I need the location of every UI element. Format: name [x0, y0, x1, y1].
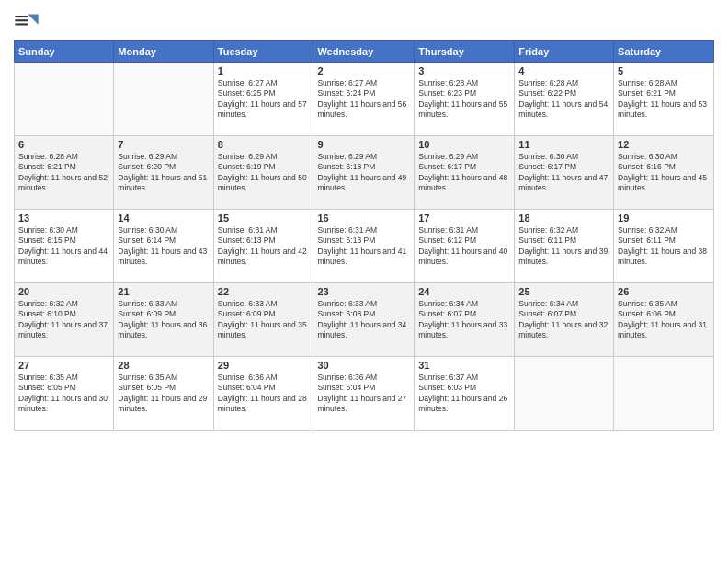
- day-cell: 15Sunrise: 6:31 AM Sunset: 6:13 PM Dayli…: [213, 210, 313, 283]
- day-number: 15: [218, 213, 310, 224]
- day-cell: 12Sunrise: 6:30 AM Sunset: 6:16 PM Dayli…: [614, 136, 714, 210]
- day-number: 16: [317, 213, 410, 224]
- day-info: Sunrise: 6:29 AM Sunset: 6:20 PM Dayligh…: [118, 152, 209, 194]
- day-info: Sunrise: 6:32 AM Sunset: 6:11 PM Dayligh…: [618, 225, 710, 268]
- day-cell: 8Sunrise: 6:29 AM Sunset: 6:19 PM Daylig…: [213, 136, 313, 210]
- day-cell: 28Sunrise: 6:35 AM Sunset: 6:05 PM Dayli…: [114, 357, 213, 431]
- day-number: 28: [118, 360, 209, 371]
- day-info: Sunrise: 6:28 AM Sunset: 6:22 PM Dayligh…: [518, 78, 609, 121]
- day-number: 29: [218, 360, 310, 371]
- logo-icon: [14, 9, 40, 35]
- day-cell: [515, 357, 614, 431]
- day-cell: 21Sunrise: 6:33 AM Sunset: 6:09 PM Dayli…: [114, 283, 213, 357]
- day-cell: 11Sunrise: 6:30 AM Sunset: 6:17 PM Dayli…: [515, 136, 614, 210]
- day-number: 3: [418, 65, 510, 76]
- day-info: Sunrise: 6:36 AM Sunset: 6:04 PM Dayligh…: [218, 373, 310, 415]
- column-header-wednesday: Wednesday: [313, 41, 415, 63]
- day-number: 31: [418, 360, 510, 371]
- day-info: Sunrise: 6:31 AM Sunset: 6:12 PM Dayligh…: [418, 225, 510, 268]
- day-number: 23: [317, 286, 410, 297]
- logo: [14, 9, 43, 35]
- day-cell: 6Sunrise: 6:28 AM Sunset: 6:21 PM Daylig…: [15, 136, 114, 210]
- day-info: Sunrise: 6:29 AM Sunset: 6:17 PM Dayligh…: [418, 152, 510, 194]
- header: [14, 9, 714, 35]
- day-cell: 1Sunrise: 6:27 AM Sunset: 6:25 PM Daylig…: [213, 63, 313, 136]
- day-cell: 26Sunrise: 6:35 AM Sunset: 6:06 PM Dayli…: [614, 283, 714, 357]
- header-row: SundayMondayTuesdayWednesdayThursdayFrid…: [15, 41, 714, 63]
- calendar-table: SundayMondayTuesdayWednesdayThursdayFrid…: [14, 40, 714, 431]
- day-number: 20: [18, 286, 109, 297]
- day-number: 1: [218, 65, 310, 76]
- day-number: 13: [18, 213, 109, 224]
- day-info: Sunrise: 6:33 AM Sunset: 6:09 PM Dayligh…: [218, 299, 310, 341]
- page: SundayMondayTuesdayWednesdayThursdayFrid…: [0, 0, 728, 440]
- day-cell: [114, 63, 213, 136]
- day-number: 25: [518, 286, 609, 297]
- day-number: 22: [218, 286, 310, 297]
- day-cell: 30Sunrise: 6:36 AM Sunset: 6:04 PM Dayli…: [313, 357, 415, 431]
- day-cell: 29Sunrise: 6:36 AM Sunset: 6:04 PM Dayli…: [213, 357, 313, 431]
- day-cell: 2Sunrise: 6:27 AM Sunset: 6:24 PM Daylig…: [313, 63, 415, 136]
- day-cell: 18Sunrise: 6:32 AM Sunset: 6:11 PM Dayli…: [515, 210, 614, 283]
- day-info: Sunrise: 6:28 AM Sunset: 6:23 PM Dayligh…: [418, 78, 510, 121]
- week-row-4: 20Sunrise: 6:32 AM Sunset: 6:10 PM Dayli…: [15, 283, 714, 357]
- day-info: Sunrise: 6:30 AM Sunset: 6:14 PM Dayligh…: [118, 225, 209, 268]
- column-header-saturday: Saturday: [614, 41, 714, 63]
- column-header-monday: Monday: [114, 41, 213, 63]
- day-cell: 25Sunrise: 6:34 AM Sunset: 6:07 PM Dayli…: [515, 283, 614, 357]
- day-cell: [15, 63, 114, 136]
- day-cell: 14Sunrise: 6:30 AM Sunset: 6:14 PM Dayli…: [114, 210, 213, 283]
- day-info: Sunrise: 6:36 AM Sunset: 6:04 PM Dayligh…: [317, 373, 410, 415]
- day-cell: [614, 357, 714, 431]
- day-number: 6: [18, 139, 109, 150]
- day-cell: 24Sunrise: 6:34 AM Sunset: 6:07 PM Dayli…: [415, 283, 515, 357]
- day-info: Sunrise: 6:37 AM Sunset: 6:03 PM Dayligh…: [418, 373, 510, 415]
- week-row-5: 27Sunrise: 6:35 AM Sunset: 6:05 PM Dayli…: [15, 357, 714, 431]
- day-info: Sunrise: 6:29 AM Sunset: 6:19 PM Dayligh…: [218, 152, 310, 194]
- day-info: Sunrise: 6:34 AM Sunset: 6:07 PM Dayligh…: [418, 299, 510, 341]
- week-row-3: 13Sunrise: 6:30 AM Sunset: 6:15 PM Dayli…: [15, 210, 714, 283]
- svg-rect-4: [15, 23, 28, 25]
- day-info: Sunrise: 6:27 AM Sunset: 6:25 PM Dayligh…: [218, 78, 310, 121]
- svg-rect-2: [15, 16, 28, 17]
- day-info: Sunrise: 6:28 AM Sunset: 6:21 PM Dayligh…: [18, 152, 109, 194]
- day-cell: 13Sunrise: 6:30 AM Sunset: 6:15 PM Dayli…: [15, 210, 114, 283]
- day-info: Sunrise: 6:32 AM Sunset: 6:11 PM Dayligh…: [518, 225, 609, 268]
- day-info: Sunrise: 6:35 AM Sunset: 6:05 PM Dayligh…: [118, 373, 209, 415]
- day-cell: 5Sunrise: 6:28 AM Sunset: 6:21 PM Daylig…: [614, 63, 714, 136]
- column-header-sunday: Sunday: [15, 41, 114, 63]
- day-number: 26: [618, 286, 710, 297]
- day-number: 30: [317, 360, 410, 371]
- week-row-1: 1Sunrise: 6:27 AM Sunset: 6:25 PM Daylig…: [15, 63, 714, 136]
- day-number: 14: [118, 213, 209, 224]
- day-info: Sunrise: 6:33 AM Sunset: 6:08 PM Dayligh…: [317, 299, 410, 341]
- day-cell: 19Sunrise: 6:32 AM Sunset: 6:11 PM Dayli…: [614, 210, 714, 283]
- day-number: 19: [618, 213, 710, 224]
- day-cell: 31Sunrise: 6:37 AM Sunset: 6:03 PM Dayli…: [415, 357, 515, 431]
- day-info: Sunrise: 6:27 AM Sunset: 6:24 PM Dayligh…: [317, 78, 410, 121]
- day-info: Sunrise: 6:32 AM Sunset: 6:10 PM Dayligh…: [18, 299, 109, 341]
- day-info: Sunrise: 6:34 AM Sunset: 6:07 PM Dayligh…: [518, 299, 609, 341]
- day-cell: 7Sunrise: 6:29 AM Sunset: 6:20 PM Daylig…: [114, 136, 213, 210]
- day-number: 9: [317, 139, 410, 150]
- day-number: 11: [518, 139, 609, 150]
- day-cell: 22Sunrise: 6:33 AM Sunset: 6:09 PM Dayli…: [213, 283, 313, 357]
- day-cell: 3Sunrise: 6:28 AM Sunset: 6:23 PM Daylig…: [415, 63, 515, 136]
- column-header-friday: Friday: [515, 41, 614, 63]
- day-number: 17: [418, 213, 510, 224]
- day-cell: 9Sunrise: 6:29 AM Sunset: 6:18 PM Daylig…: [313, 136, 415, 210]
- day-number: 12: [618, 139, 710, 150]
- day-cell: 20Sunrise: 6:32 AM Sunset: 6:10 PM Dayli…: [15, 283, 114, 357]
- day-number: 2: [317, 65, 410, 76]
- column-header-tuesday: Tuesday: [213, 41, 313, 63]
- day-number: 24: [418, 286, 510, 297]
- day-info: Sunrise: 6:35 AM Sunset: 6:05 PM Dayligh…: [18, 373, 109, 415]
- day-cell: 23Sunrise: 6:33 AM Sunset: 6:08 PM Dayli…: [313, 283, 415, 357]
- day-number: 21: [118, 286, 209, 297]
- day-info: Sunrise: 6:28 AM Sunset: 6:21 PM Dayligh…: [618, 78, 710, 121]
- day-number: 7: [118, 139, 209, 150]
- day-info: Sunrise: 6:30 AM Sunset: 6:15 PM Dayligh…: [18, 225, 109, 268]
- day-info: Sunrise: 6:30 AM Sunset: 6:17 PM Dayligh…: [518, 152, 609, 194]
- day-cell: 27Sunrise: 6:35 AM Sunset: 6:05 PM Dayli…: [15, 357, 114, 431]
- day-cell: 4Sunrise: 6:28 AM Sunset: 6:22 PM Daylig…: [515, 63, 614, 136]
